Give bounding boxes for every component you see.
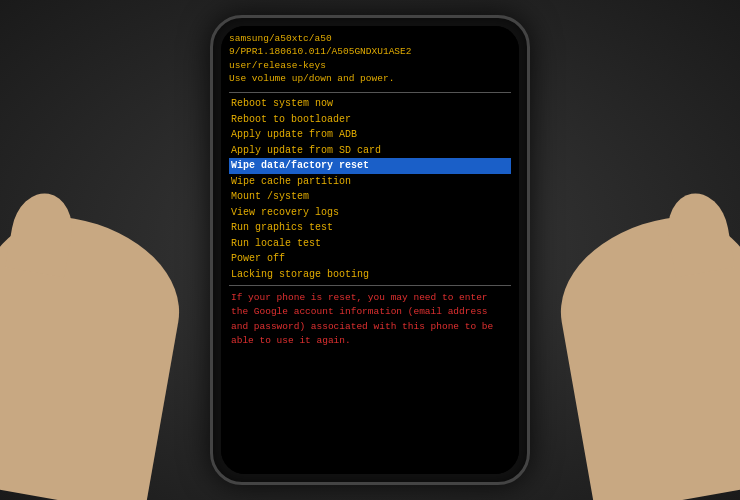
menu-item-reboot-system[interactable]: Reboot system now: [229, 96, 511, 112]
scene: samsung/a50xtc/a50 9/PPR1.180610.011/A50…: [0, 0, 740, 500]
recovery-menu: samsung/a50xtc/a50 9/PPR1.180610.011/A50…: [221, 26, 519, 474]
menu-item-power-off[interactable]: Power off: [229, 251, 511, 267]
menu-item-mount-system[interactable]: Mount /system: [229, 189, 511, 205]
menu-item-lacking-storage[interactable]: Lacking storage booting: [229, 267, 511, 283]
header-line-4: Use volume up/down and power.: [229, 72, 511, 85]
menu-item-view-logs[interactable]: View recovery logs: [229, 205, 511, 221]
menu-item-apply-sd[interactable]: Apply update from SD card: [229, 143, 511, 159]
menu-item-reboot-bootloader[interactable]: Reboot to bootloader: [229, 112, 511, 128]
menu-item-wipe-cache[interactable]: Wipe cache partition: [229, 174, 511, 190]
screen: samsung/a50xtc/a50 9/PPR1.180610.011/A50…: [221, 26, 519, 474]
header-info: samsung/a50xtc/a50 9/PPR1.180610.011/A50…: [229, 32, 511, 85]
header-line-3: user/release-keys: [229, 59, 511, 72]
header-line-1: samsung/a50xtc/a50: [229, 32, 511, 45]
header-line-2: 9/PPR1.180610.011/A505GNDXU1ASE2: [229, 45, 511, 58]
divider-bottom: [229, 285, 511, 286]
phone: samsung/a50xtc/a50 9/PPR1.180610.011/A50…: [210, 15, 530, 485]
warning-text: If your phone is reset, you may need to …: [229, 289, 511, 350]
menu-item-apply-adb[interactable]: Apply update from ADB: [229, 127, 511, 143]
menu-item-wipe-factory[interactable]: Wipe data/factory reset: [229, 158, 511, 174]
menu-item-graphics-test[interactable]: Run graphics test: [229, 220, 511, 236]
divider-top: [229, 92, 511, 93]
menu-item-locale-test[interactable]: Run locale test: [229, 236, 511, 252]
